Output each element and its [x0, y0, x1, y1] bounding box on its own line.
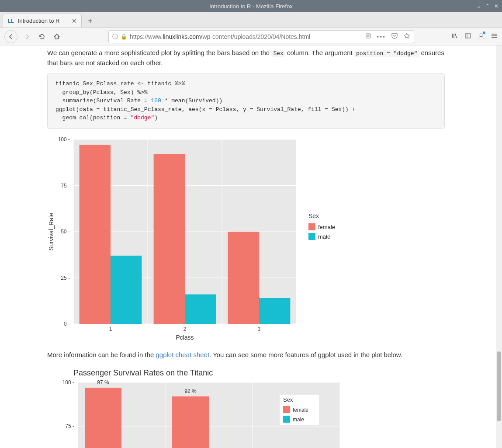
svg-text:Passenger Survival Rates on th: Passenger Survival Rates on the Titanic — [73, 368, 213, 377]
svg-rect-63 — [283, 416, 290, 423]
chart-survival-rate: 0 -25 -50 -75 -100 -123PclassSurvival_Ra… — [47, 136, 445, 346]
sidebar-icon[interactable] — [464, 32, 471, 41]
window-close-icon[interactable]: ✕ — [494, 3, 499, 9]
svg-text:Sex: Sex — [308, 212, 319, 219]
svg-text:50 -: 50 - — [61, 229, 70, 235]
arrow-right-icon — [24, 33, 31, 40]
tab-bar: LL Introduction to R ✕ + — [0, 12, 502, 28]
svg-text:Sex: Sex — [283, 396, 293, 403]
tab-title: Introduction to R — [18, 17, 59, 24]
svg-rect-54 — [85, 388, 121, 448]
svg-text:1: 1 — [109, 326, 112, 332]
svg-text:0 -: 0 - — [64, 321, 70, 327]
svg-point-9 — [480, 34, 482, 36]
svg-text:100 -: 100 - — [62, 379, 74, 385]
bookmark-icon[interactable] — [403, 32, 410, 41]
url-bar[interactable]: ⓘ 🔒 https://www.linuxlinks.com/wp-conten… — [108, 30, 414, 43]
svg-text:Pclass: Pclass — [176, 334, 194, 341]
reload-button[interactable] — [37, 31, 47, 42]
svg-rect-32 — [185, 294, 216, 324]
tab-favicon-icon: LL — [7, 17, 14, 24]
home-icon — [53, 33, 60, 40]
window-maximize-icon[interactable]: ⌃ — [485, 3, 490, 9]
svg-text:75 -: 75 - — [61, 182, 70, 188]
browser-tab[interactable]: LL Introduction to R ✕ — [3, 14, 82, 28]
chart-titled: Passenger Survival Rates on the Titanic7… — [47, 365, 445, 448]
account-icon[interactable] — [478, 32, 485, 41]
reload-icon — [38, 33, 45, 40]
svg-rect-28 — [80, 145, 111, 323]
svg-text:Survival_Rate: Survival_Rate — [48, 212, 55, 250]
page-content-area[interactable]: We can generate a more sophisticated plo… — [0, 45, 502, 448]
svg-rect-42 — [308, 233, 315, 240]
paragraph-intro: We can generate a more sophisticated plo… — [47, 48, 445, 68]
svg-rect-31 — [154, 154, 185, 323]
svg-rect-35 — [259, 298, 290, 323]
tab-close-icon[interactable]: ✕ — [72, 17, 77, 24]
svg-text:92 %: 92 % — [184, 388, 197, 394]
svg-rect-7 — [465, 34, 471, 38]
window-title: Introduction to R - Mozilla Firefox — [209, 3, 293, 10]
library-icon[interactable] — [451, 32, 458, 41]
svg-text:female: female — [318, 224, 335, 230]
reader-mode-icon[interactable] — [365, 33, 371, 40]
svg-text:100 -: 100 - — [58, 136, 70, 142]
ggplot-cheat-sheet-link[interactable]: ggplot cheat sheet — [156, 351, 209, 358]
scrollbar-thumb[interactable] — [497, 351, 501, 421]
svg-rect-61 — [283, 406, 290, 413]
svg-rect-56 — [172, 396, 209, 448]
page-actions-icon[interactable]: ••• — [377, 33, 386, 40]
svg-text:male: male — [293, 417, 304, 423]
url-text: https://www.linuxlinks.com/wp-content/up… — [130, 33, 363, 40]
arrow-left-icon — [7, 33, 14, 40]
navigation-toolbar: ⓘ 🔒 https://www.linuxlinks.com/wp-conten… — [0, 28, 502, 45]
svg-text:female: female — [293, 407, 308, 413]
svg-text:male: male — [318, 233, 330, 240]
svg-text:3: 3 — [258, 326, 261, 332]
new-tab-button[interactable]: + — [83, 14, 97, 28]
forward-button[interactable] — [22, 31, 32, 42]
scrollbar-track[interactable] — [496, 45, 502, 448]
home-button[interactable] — [52, 31, 62, 42]
svg-text:97 %: 97 % — [97, 379, 109, 385]
window-titlebar: Introduction to R - Mozilla Firefox ⌄ ⌃ … — [0, 0, 502, 12]
lock-icon: 🔒 — [121, 34, 127, 40]
svg-text:75 -: 75 - — [65, 423, 74, 429]
menu-icon[interactable] — [491, 32, 498, 41]
svg-text:25 -: 25 - — [61, 274, 70, 281]
svg-rect-29 — [111, 255, 142, 323]
paragraph-more-info: More information can be found in the ggp… — [47, 350, 445, 360]
svg-rect-34 — [228, 232, 259, 324]
back-button[interactable] — [4, 30, 17, 43]
svg-rect-40 — [308, 223, 315, 230]
svg-text:2: 2 — [183, 326, 187, 332]
code-block: titanic_Sex_Pclass_rate <- titanic %>% g… — [47, 73, 445, 129]
info-icon[interactable]: ⓘ — [112, 33, 118, 41]
svg-line-6 — [455, 34, 457, 38]
window-minimize-icon[interactable]: ⌄ — [477, 3, 481, 9]
pocket-icon[interactable] — [391, 32, 398, 41]
